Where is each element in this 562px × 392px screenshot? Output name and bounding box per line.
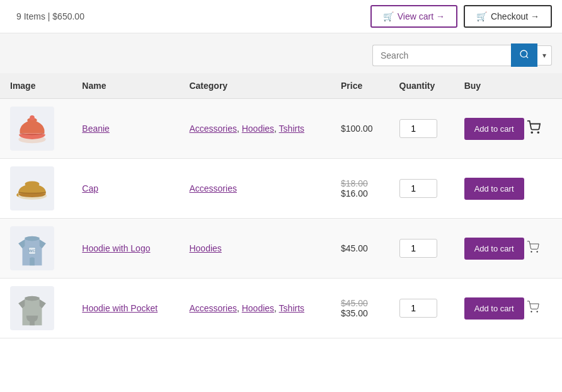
quantity-input[interactable] <box>399 299 437 318</box>
col-quantity: Quantity <box>389 73 454 99</box>
product-image: WC <box>10 226 54 270</box>
product-buy-cell: Add to cart <box>454 279 562 338</box>
table-row: WC Hoodie with LogoHoodies$45.00Add to c… <box>0 219 562 279</box>
svg-text:WC: WC <box>29 248 36 253</box>
table-row: CapAccessories$18.00$16.00Add to cart <box>0 159 562 219</box>
table-row: Hoodie with PocketAccessories, Hoodies, … <box>0 279 562 338</box>
product-image <box>10 166 54 210</box>
svg-point-0 <box>520 50 527 57</box>
product-name-cell: Beanie <box>72 99 179 159</box>
svg-line-1 <box>526 56 528 58</box>
category-link[interactable]: Accessories <box>189 124 236 134</box>
search-dropdown-button[interactable]: ▾ <box>537 45 552 66</box>
cart-icon-after <box>527 120 541 137</box>
add-to-cart-button[interactable]: Add to cart <box>464 118 524 140</box>
product-image-cell <box>0 99 72 159</box>
quantity-input[interactable] <box>399 119 437 138</box>
product-name-link[interactable]: Cap <box>82 183 98 193</box>
category-link[interactable]: Accessories <box>189 183 236 193</box>
add-to-cart-button[interactable]: Add to cart <box>464 297 524 320</box>
svg-point-4 <box>30 115 35 120</box>
cart-icon-after <box>527 241 539 257</box>
product-name-link[interactable]: Hoodie with Logo <box>82 243 150 253</box>
svg-point-6 <box>537 132 539 134</box>
price-sale: $35.00 <box>341 308 379 318</box>
product-price-cell: $45.00$35.00 <box>331 279 389 338</box>
search-button[interactable] <box>511 43 537 67</box>
checkout-icon: 🛒 <box>476 11 487 21</box>
add-to-cart-button[interactable]: Add to cart <box>464 238 524 260</box>
search-icon <box>519 49 529 59</box>
product-category-cell: Accessories, Hoodies, Tshirts <box>179 99 331 159</box>
view-cart-button[interactable]: 🛒 View cart → <box>370 5 457 28</box>
product-price-cell: $18.00$16.00 <box>331 159 389 219</box>
product-table: Image Name Category Price Quantity Buy B… <box>0 73 562 338</box>
product-name-link[interactable]: Hoodie with Pocket <box>82 303 158 313</box>
product-image <box>10 286 54 330</box>
col-image: Image <box>0 73 72 99</box>
product-name-cell: Hoodie with Pocket <box>72 279 179 338</box>
price-sale: $16.00 <box>341 188 379 199</box>
view-cart-label: View cart → <box>398 11 445 21</box>
add-to-cart-button[interactable]: Add to cart <box>464 178 524 200</box>
product-image-cell <box>0 159 72 219</box>
product-category-cell: Accessories <box>179 159 331 219</box>
cart-icon: 🛒 <box>383 11 394 21</box>
product-name-link[interactable]: Beanie <box>82 124 110 134</box>
product-price-cell: $100.00 <box>331 99 389 159</box>
product-quantity-cell <box>389 219 454 279</box>
price-original: $18.00 <box>341 178 379 188</box>
category-link[interactable]: Accessories <box>189 303 236 313</box>
price-original: $45.00 <box>341 298 379 308</box>
chevron-down-icon: ▾ <box>542 51 546 60</box>
checkout-button[interactable]: 🛒 Checkout → <box>464 5 552 28</box>
product-category-cell: Hoodies <box>179 219 331 279</box>
product-quantity-cell <box>389 159 454 219</box>
quantity-input[interactable] <box>399 179 437 198</box>
product-buy-cell: Add to cart <box>454 99 562 159</box>
product-category-cell: Accessories, Hoodies, Tshirts <box>179 279 331 338</box>
product-buy-cell: Add to cart <box>454 159 562 219</box>
price-normal: $45.00 <box>341 243 368 253</box>
quantity-input[interactable] <box>399 239 437 258</box>
product-buy-cell: Add to cart <box>454 219 562 279</box>
category-link[interactable]: Tshirts <box>279 124 304 134</box>
cart-icon-after <box>527 301 539 316</box>
svg-point-14 <box>536 311 537 313</box>
cart-summary: 9 Items | $650.00 <box>10 11 84 21</box>
price-normal: $100.00 <box>341 124 373 134</box>
top-bar: 9 Items | $650.00 🛒 View cart → 🛒 Checko… <box>0 0 562 33</box>
category-link[interactable]: Hoodies <box>242 124 274 134</box>
category-link[interactable]: Tshirts <box>279 303 304 313</box>
search-input[interactable] <box>372 45 511 66</box>
svg-point-8 <box>25 181 39 187</box>
search-bar: ▾ <box>0 33 562 73</box>
product-name-cell: Hoodie with Logo <box>72 219 179 279</box>
svg-point-5 <box>531 132 532 134</box>
svg-point-13 <box>530 311 532 313</box>
category-link[interactable]: Hoodies <box>189 243 221 253</box>
product-quantity-cell <box>389 279 454 338</box>
svg-point-11 <box>530 251 532 253</box>
col-name: Name <box>72 73 179 99</box>
category-link[interactable]: Hoodies <box>242 303 274 313</box>
svg-point-12 <box>536 251 537 253</box>
product-name-cell: Cap <box>72 159 179 219</box>
product-image <box>10 107 54 151</box>
checkout-label: Checkout → <box>491 11 539 21</box>
col-category: Category <box>179 73 331 99</box>
product-price-cell: $45.00 <box>331 219 389 279</box>
product-image-cell <box>0 279 72 338</box>
table-row: BeanieAccessories, Hoodies, Tshirts$100.… <box>0 99 562 159</box>
col-buy: Buy <box>454 73 562 99</box>
product-quantity-cell <box>389 99 454 159</box>
col-price: Price <box>331 73 389 99</box>
table-header-row: Image Name Category Price Quantity Buy <box>0 73 562 99</box>
product-image-cell: WC <box>0 219 72 279</box>
